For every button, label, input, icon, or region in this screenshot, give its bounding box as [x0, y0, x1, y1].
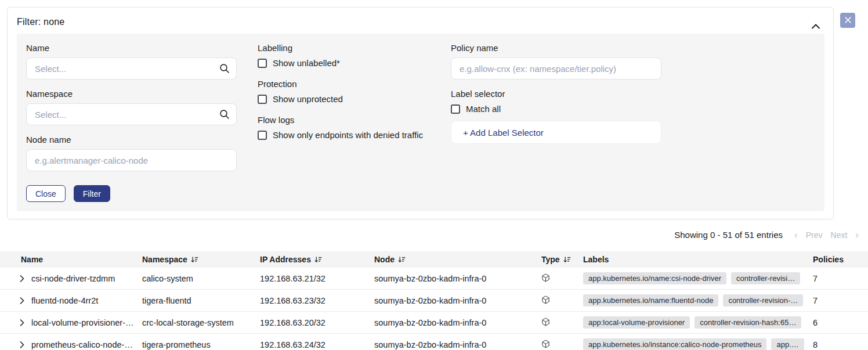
show-unlabelled-checkbox[interactable]: Show unlabelled* — [258, 58, 458, 68]
label-chip: controller-revision-… — [723, 294, 803, 306]
add-label-selector-button[interactable]: + Add Label Selector — [451, 121, 661, 144]
name-select-input[interactable] — [26, 57, 237, 80]
column-header-name: Name — [0, 255, 142, 264]
namespace-label: Namespace — [26, 89, 237, 99]
next-page-link[interactable]: Next — [831, 230, 848, 240]
endpoint-name: local-volume-provisioner-… — [31, 318, 133, 327]
table-row[interactable]: prometheus-calico-node-… tigera-promethe… — [0, 334, 868, 350]
show-unlabelled-label: Show unlabelled* — [273, 58, 340, 68]
endpoint-policies: 8 — [811, 340, 868, 349]
endpoint-ip: 192.168.63.24/32 — [260, 340, 374, 349]
table-row[interactable]: fluentd-node-4rr2t tigera-fluentd 192.16… — [0, 290, 868, 312]
endpoints-table: Name Namespace IP Addresses Node — [0, 251, 868, 350]
expand-row-icon[interactable] — [20, 297, 24, 304]
pod-icon — [541, 317, 550, 328]
sort-icon — [191, 257, 198, 263]
endpoints-page: Filter: none Name Names — [0, 0, 868, 350]
label-chip: app.kubernetes.io/name:csi-node-driver — [583, 272, 726, 284]
endpoint-type-cell — [538, 295, 583, 306]
column-header-ip-addresses[interactable]: IP Addresses — [260, 255, 374, 264]
filter-button[interactable]: Filter — [74, 185, 110, 202]
policy-name-label: Policy name — [451, 43, 661, 53]
endpoint-labels: app.kubernetes.io/instance:calico-node-p… — [583, 338, 811, 350]
name-field: Name — [26, 43, 237, 80]
endpoint-labels: app:local-volume-provisionercontroller-r… — [583, 316, 811, 329]
show-unprotected-checkbox[interactable]: Show unprotected — [258, 94, 458, 104]
endpoint-ip: 192.168.63.21/32 — [260, 274, 374, 283]
column-header-node[interactable]: Node — [374, 255, 538, 264]
chevron-up-icon — [812, 22, 820, 31]
sort-icon — [314, 257, 322, 263]
policy-name-input[interactable] — [451, 57, 661, 80]
endpoint-namespace: crc-local-storage-system — [142, 318, 260, 327]
endpoint-namespace: calico-system — [142, 274, 260, 283]
endpoint-node: soumya-bz-0zbo-kadm-infra-0 — [374, 274, 538, 283]
labelling-label: Labelling — [258, 43, 458, 53]
flow-logs-group: Flow logs Show only endpoints with denie… — [258, 115, 458, 140]
close-button[interactable]: Close — [26, 185, 66, 202]
endpoint-type-cell — [538, 317, 583, 328]
pagination-bar: Showing 0 - 51 of 51 entries ‹ Prev Next… — [674, 230, 859, 240]
filter-form-panel: Name Namespace — [17, 34, 824, 211]
namespace-field: Namespace — [26, 89, 237, 125]
show-unprotected-label: Show unprotected — [273, 94, 343, 104]
protection-label: Protection — [258, 79, 458, 89]
endpoint-policies: 7 — [811, 274, 868, 283]
table-row[interactable]: csi-node-driver-tzdmm calico-system 192.… — [0, 268, 868, 290]
node-name-input[interactable] — [26, 149, 237, 171]
flow-logs-label: Flow logs — [258, 115, 458, 125]
endpoint-labels: app.kubernetes.io/name:fluentd-nodecontr… — [583, 294, 811, 306]
close-panel-x-button[interactable] — [840, 13, 855, 28]
label-chip: app.kubernetes.io/instance:calico-node-p… — [583, 338, 766, 350]
label-chip: controller-revisi… — [731, 272, 800, 284]
endpoint-node: soumya-bz-0zbo-kadm-infra-0 — [374, 318, 538, 327]
endpoint-labels: app.kubernetes.io/name:csi-node-driverco… — [583, 272, 811, 284]
namespace-select-input[interactable] — [26, 103, 237, 125]
protection-group: Protection Show unprotected — [258, 79, 458, 104]
chevron-left-icon[interactable]: ‹ — [794, 230, 798, 240]
label-selector-group: Label selector Match all + Add Label Sel… — [451, 89, 661, 144]
expand-row-icon[interactable] — [20, 319, 24, 326]
name-label: Name — [26, 43, 237, 53]
endpoint-ip: 192.168.63.20/32 — [260, 318, 374, 327]
column-header-labels: Labels — [583, 255, 811, 264]
match-all-label: Match all — [466, 104, 501, 114]
sort-icon — [398, 257, 406, 263]
checkbox-icon — [258, 59, 267, 68]
close-icon — [845, 16, 851, 25]
table-header-row: Name Namespace IP Addresses Node — [0, 251, 868, 268]
denied-traffic-label: Show only endpoints with denied traffic — [273, 130, 423, 140]
denied-traffic-checkbox[interactable]: Show only endpoints with denied traffic — [258, 130, 458, 140]
policy-name-field: Policy name — [451, 43, 661, 80]
label-chip: app.… — [771, 338, 804, 350]
expand-row-icon[interactable] — [20, 275, 24, 282]
label-selector-label: Label selector — [451, 89, 661, 99]
endpoint-policies: 7 — [811, 296, 868, 305]
endpoint-name: prometheus-calico-node-… — [31, 340, 133, 349]
column-header-type[interactable]: Type — [538, 255, 583, 264]
endpoint-type-cell — [538, 273, 583, 284]
label-chip: app:local-volume-provisioner — [583, 316, 690, 329]
endpoint-node: soumya-bz-0zbo-kadm-infra-0 — [374, 296, 538, 305]
endpoint-name: fluentd-node-4rr2t — [31, 296, 98, 305]
column-header-namespace[interactable]: Namespace — [142, 255, 260, 264]
endpoint-node: soumya-bz-0zbo-kadm-infra-0 — [374, 340, 538, 349]
pod-icon — [541, 295, 550, 306]
expand-row-icon[interactable] — [20, 341, 24, 348]
table-row[interactable]: local-volume-provisioner-… crc-local-sto… — [0, 312, 868, 334]
checkbox-icon — [451, 104, 460, 114]
pod-icon — [541, 273, 550, 284]
chevron-right-icon[interactable]: › — [855, 230, 859, 240]
showing-entries-text: Showing 0 - 51 of 51 entries — [674, 230, 783, 240]
label-chip: app.kubernetes.io/name:fluentd-node — [583, 294, 718, 306]
checkbox-icon — [258, 131, 267, 140]
collapse-panel-button[interactable] — [809, 19, 823, 33]
endpoint-ip: 192.168.63.23/32 — [260, 296, 374, 305]
prev-page-link[interactable]: Prev — [806, 230, 823, 240]
labelling-group: Labelling Show unlabelled* — [258, 43, 458, 68]
pod-icon — [541, 340, 550, 350]
filter-title: Filter: none — [17, 17, 64, 27]
match-all-checkbox[interactable]: Match all — [451, 104, 661, 114]
sort-icon — [563, 257, 571, 263]
endpoint-type-cell — [538, 340, 583, 350]
